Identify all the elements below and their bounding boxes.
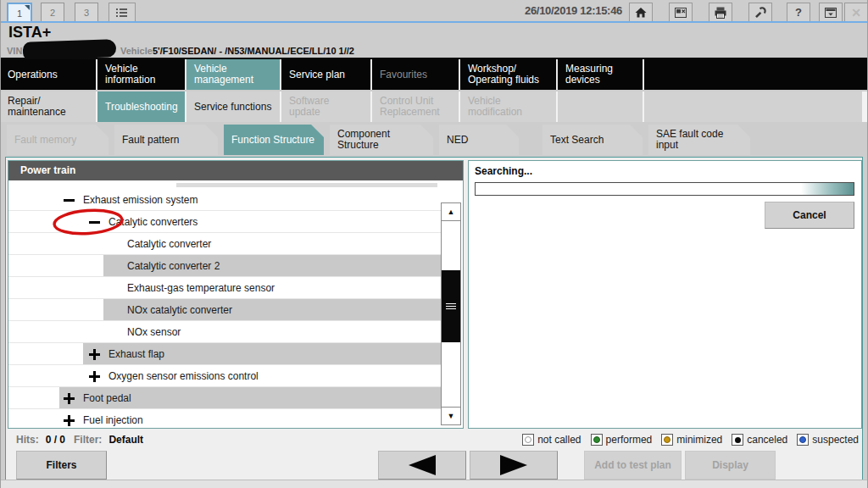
session-tab-label: 3 — [84, 8, 89, 18]
legend-label: performed — [606, 434, 653, 446]
not-called-icon — [522, 434, 534, 446]
canceled-icon — [732, 434, 743, 446]
help-button[interactable]: ? — [787, 3, 810, 22]
close-session-button: ✕ — [844, 3, 868, 22]
tab-vehicle-management[interactable]: Vehicle management — [186, 59, 280, 90]
vin-redaction — [23, 39, 117, 60]
hits-value: 0 / 0 — [46, 434, 65, 446]
datetime: 26/10/2019 12:15:46 — [509, 4, 622, 17]
performed-icon — [591, 434, 603, 446]
home-icon — [634, 6, 648, 19]
scroll-down-button[interactable]: ▼ — [442, 407, 460, 424]
tree-row-label: Exhaust-gas temperature sensor — [127, 282, 275, 294]
tab-workshop-operating-fluids[interactable]: Workshop/ Operating fluids — [460, 59, 556, 90]
legend-label: suspected — [812, 434, 859, 446]
tab-repair-maintenance[interactable]: Repair/ maintenance — [0, 92, 96, 122]
vin-label: VIN — [7, 46, 22, 56]
tab-control-unit-replacement: Control Unit Replacement — [372, 92, 459, 122]
expand-icon[interactable] — [63, 413, 76, 427]
tab-sae-fault-code-input[interactable]: SAE fault code input — [648, 125, 750, 155]
title-bar: ISTA+ ⚙ ✕ — [0, 23, 868, 44]
tree-row-label: Fuel injection — [83, 414, 143, 426]
session-tab-2[interactable]: 2 — [41, 3, 64, 22]
tree-row-catalytic-converter-2[interactable]: Catalytic converter 2 — [8, 255, 441, 277]
tab-vehicle-information[interactable]: Vehicle information — [97, 59, 185, 90]
tree-row-label: Foot pedal — [83, 392, 131, 404]
tree-row-nox-catalytic-converter[interactable]: NOx catalytic converter — [8, 299, 441, 321]
tab-ned[interactable]: NED — [439, 125, 519, 155]
close-icon: ✕ — [851, 6, 861, 19]
dock-window-icon — [824, 6, 837, 19]
tools-button[interactable] — [748, 3, 772, 22]
expand-icon[interactable] — [88, 347, 102, 361]
tab-text-search[interactable]: Text Search — [542, 125, 643, 155]
status-bar: Hits: 0 / 0 Filter: Default not called p… — [8, 430, 859, 449]
legend-label: minimized — [676, 434, 722, 446]
tree-row-foot-pedal[interactable]: Foot pedal — [8, 387, 441, 409]
function-structure-panel: Power train Exhaust emission system Cata… — [8, 160, 464, 429]
tree-row-exhaust-gas-temperature-sensor[interactable]: Exhaust-gas temperature sensor — [8, 277, 441, 299]
tab-vehicle-modification: Vehicle modification — [460, 92, 556, 122]
scrollbar-thumb[interactable] — [442, 270, 460, 342]
legend-suspected: suspected — [797, 434, 859, 446]
status-legend: not called performed minimized canceled … — [522, 434, 859, 446]
hits-label: Hits: — [16, 434, 39, 446]
arrow-left-icon — [409, 455, 436, 475]
minimized-icon — [661, 434, 673, 446]
main-nav-filler — [644, 59, 868, 90]
session-tab-3[interactable]: 3 — [75, 3, 98, 22]
session-tab-label: 1 — [17, 8, 22, 19]
triangle-down-icon: ▼ — [448, 412, 455, 420]
tab-measuring-devices[interactable]: Measuring devices — [558, 59, 643, 90]
session-list-button[interactable] — [108, 3, 136, 22]
help-icon: ? — [795, 6, 802, 19]
forward-button[interactable] — [470, 451, 558, 480]
expand-icon[interactable] — [88, 369, 102, 383]
filters-button[interactable]: Filters — [16, 451, 107, 480]
tree-scrollbar[interactable]: ▲ ▼ — [441, 202, 461, 425]
tree-row-label: Catalytic converters — [108, 216, 198, 228]
tree-row-label: Oxygen sensor emissions control — [108, 370, 259, 382]
search-status: Searching... — [475, 165, 532, 177]
home-button[interactable] — [629, 3, 653, 22]
dock-window-button[interactable] — [819, 3, 843, 22]
tree-row-catalytic-converters[interactable]: Catalytic converters — [8, 211, 441, 233]
tab-fault-pattern[interactable]: Fault pattern — [114, 125, 218, 155]
workshop-window-button[interactable] — [669, 3, 693, 22]
progress-marquee — [801, 183, 854, 195]
tab-service-functions[interactable]: Service functions — [186, 92, 280, 122]
tree-row-catalytic-converter[interactable]: Catalytic converter — [8, 233, 441, 255]
tree-row-label: Catalytic converter — [127, 238, 211, 250]
tab-fault-memory: Fault memory — [7, 125, 108, 155]
tree-row-oxygen-sensor-emissions-control[interactable]: Oxygen sensor emissions control — [8, 365, 441, 387]
sub-nav: Repair/ maintenance Troubleshooting Serv… — [0, 92, 868, 122]
tree-row-label: NOx sensor — [127, 326, 181, 338]
tree-row-nox-sensor[interactable]: NOx sensor — [8, 321, 441, 343]
vehicle-label: Vehicle — [120, 46, 153, 56]
cancel-button[interactable]: Cancel — [765, 202, 854, 229]
tab-troubleshooting[interactable]: Troubleshooting — [97, 92, 185, 122]
tree-row-label: NOx catalytic converter — [127, 304, 232, 316]
tree-row-exhaust-flap[interactable]: Exhaust flap — [8, 343, 441, 365]
window-bottom-edge — [0, 480, 868, 488]
scroll-grip-icon — [446, 306, 456, 307]
wrench-icon — [754, 6, 767, 19]
tab-service-plan[interactable]: Service plan — [281, 59, 370, 90]
tree-row-exhaust-emission-system[interactable]: Exhaust emission system — [8, 189, 441, 211]
legend-label: not called — [537, 434, 581, 446]
scroll-up-button[interactable]: ▲ — [442, 203, 460, 221]
vehicle-bar: VIN Vehicle 5'/F10/SEDAN/ - /N53/MANUAL/… — [0, 44, 868, 59]
main-nav: Operations Vehicle information Vehicle m… — [0, 59, 868, 90]
content-area: Power train Exhaust emission system Cata… — [5, 157, 863, 481]
collapse-icon[interactable] — [63, 193, 76, 207]
arrow-right-icon — [500, 455, 527, 475]
tab-operations[interactable]: Operations — [0, 59, 96, 90]
expand-icon[interactable] — [63, 391, 76, 405]
print-button[interactable] — [709, 3, 732, 22]
collapse-icon[interactable] — [88, 215, 102, 229]
tab-component-structure[interactable]: Component Structure — [330, 125, 433, 155]
back-button[interactable] — [378, 451, 466, 480]
tree-row-fuel-injection[interactable]: Fuel injection — [8, 409, 441, 428]
tab-function-structure[interactable]: Function Structure — [224, 125, 324, 155]
tree-row-label: Exhaust emission system — [83, 194, 198, 206]
